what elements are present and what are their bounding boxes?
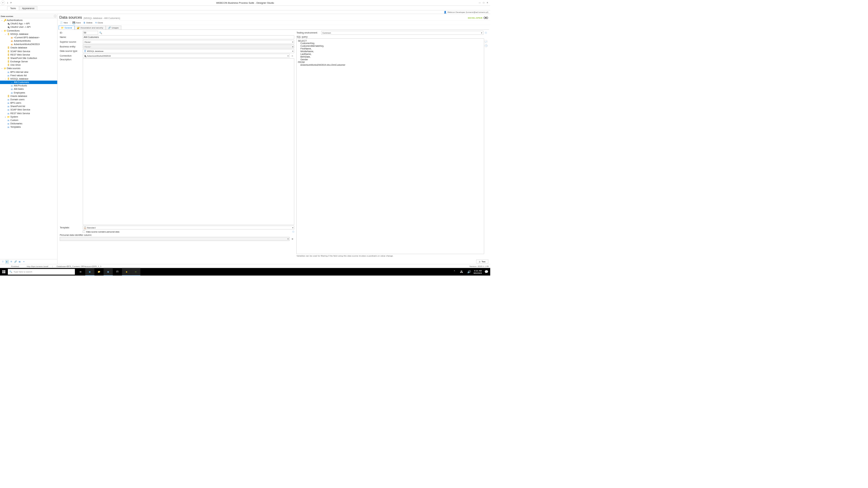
tree-item-label: Exchange Server [10, 60, 28, 63]
tree-item[interactable]: ▤Employees [0, 91, 57, 94]
clone-button[interactable]: ⧉Clone [94, 21, 104, 24]
id-lookup-icon[interactable]: 🔍 [99, 31, 102, 35]
tree-item[interactable]: ▤Templates [0, 125, 57, 129]
tree-item[interactable]: ▤BPS users [0, 101, 57, 105]
app-4[interactable]: 🗔 [113, 268, 122, 276]
app-explorer[interactable]: 📁 [94, 268, 103, 276]
tree-item[interactable]: ▤SharePoint list [0, 105, 57, 108]
tree-item[interactable]: ▤REST Web Service [0, 111, 57, 115]
tree-item[interactable]: ▤AW.Products [0, 84, 57, 87]
quick-icon-1[interactable]: ⤓ [7, 2, 8, 4]
tree-item[interactable]: ▤BPS internal view [0, 70, 57, 74]
tree-tool-3[interactable]: ⧉ [9, 260, 13, 263]
tree-item[interactable]: ▤AdventureWorks [0, 39, 57, 43]
tree-item[interactable]: ▤Custom [0, 119, 57, 122]
tree-item[interactable]: ▤<Current BPS database> [0, 36, 57, 39]
tree-item[interactable]: 🗄Exchange Server [0, 60, 57, 63]
description-field[interactable] [83, 58, 294, 225]
info-icon[interactable]: ⓘ [292, 230, 294, 233]
tab-usages[interactable]: 🔗Usages [106, 26, 121, 30]
superior-dropdown[interactable]: <None>▾ [83, 40, 294, 44]
name-field[interactable] [83, 35, 294, 39]
app-webcon[interactable]: ∞ [131, 268, 140, 276]
tray-network-icon[interactable]: 🖧 [459, 268, 465, 276]
db-icon: 🗄 [7, 95, 10, 98]
tree-item[interactable]: −📁Data sources [0, 67, 57, 70]
expander-icon[interactable]: − [1, 29, 3, 32]
expander-icon[interactable]: − [4, 78, 6, 80]
tree-item[interactable]: 🗄Oracle database [0, 94, 57, 98]
tab-general[interactable]: 📁General [59, 26, 75, 30]
tree-item-label: Templates [10, 126, 21, 128]
close-button[interactable]: ✕ [486, 2, 489, 4]
expander-icon[interactable]: + [4, 116, 6, 118]
delete-button[interactable]: 🗑Delete [82, 21, 94, 24]
goto-connection-icon[interactable]: ➪ [290, 54, 294, 58]
app-3[interactable]: ▣ [104, 268, 113, 276]
tree-item[interactable]: 🗄One Drive [0, 63, 57, 67]
maximize-button[interactable]: □ [482, 2, 485, 4]
tray-notifications-icon[interactable]: 💬 [484, 268, 489, 276]
tree-item-label: AW.Sales [14, 88, 24, 90]
conn-dropdown[interactable]: 🔌AdventureWorksDW2019▾ [83, 54, 290, 58]
sql-query-field[interactable]: SELECT CustomerKey, CustomerAlternateKey… [297, 39, 484, 254]
sql-info-icon[interactable]: ⓘ [485, 44, 488, 47]
app-edge[interactable]: ◉ [85, 268, 94, 276]
id-field[interactable] [83, 31, 98, 35]
tree-item[interactable]: 🗄Oracle database [0, 46, 57, 49]
tree-item[interactable]: 🔌OAuth2 User -> API [0, 25, 57, 29]
app-menu-icon[interactable]: ▾ [1, 1, 5, 5]
personal-data-checkbox[interactable] [83, 230, 85, 233]
env-dropdown[interactable]: Common▾ [321, 31, 484, 35]
tree-item[interactable]: −🗄MSSQL database [0, 77, 57, 81]
tree-tool-4[interactable]: 🔗 [14, 260, 17, 263]
env-info-icon[interactable]: ⓘ [484, 31, 488, 35]
user-label: Webcon Developer (lumenn@ad.lumenn.pl) [447, 11, 488, 13]
expander-icon[interactable]: − [1, 67, 3, 69]
tree-item[interactable]: ▤SOAP Web Service [0, 108, 57, 111]
tree-tool-2[interactable]: ◧ [5, 260, 9, 263]
tree-view[interactable]: −🔑Authentications🔌OAuth2 App -> API🔌OAut… [0, 18, 57, 259]
tab-association[interactable]: 🔐Association and security [75, 26, 106, 30]
expander-icon[interactable]: − [1, 19, 3, 21]
tree-item[interactable]: 🔌OAuth2 App -> API [0, 22, 57, 25]
app-5[interactable]: ◆ [122, 268, 131, 276]
taskbar-search[interactable]: 🔍 Type here to search [8, 269, 75, 275]
quick-icon-2[interactable]: ⟳ [10, 2, 12, 4]
tree-item[interactable]: ▤AdventureWorksDW2019 [0, 43, 57, 46]
tree-tool-more[interactable]: ▾ [22, 260, 26, 263]
tree-item[interactable]: −📁Connections [0, 29, 57, 32]
tree-item[interactable]: 🗄SharePoint Site Collection [0, 57, 57, 60]
start-button[interactable] [0, 268, 8, 276]
tree-item-label: System [10, 116, 18, 118]
tree-item[interactable]: +📁System [0, 115, 57, 118]
expander-icon[interactable]: − [4, 33, 6, 35]
tree-tool-5[interactable]: ▦ [18, 260, 21, 263]
tree-item[interactable]: 🗄SOAP Web Service [0, 49, 57, 53]
tree-item[interactable]: ▤AW.Customers [0, 81, 57, 84]
tree-item[interactable]: ▤AW.Sales [0, 87, 57, 91]
collapse-panel-icon[interactable]: ‹ [54, 15, 57, 17]
tree-item[interactable]: ▤Domain users [0, 98, 57, 101]
test-button[interactable]: ▷ Test [476, 260, 489, 263]
tree-item[interactable]: ▤Dictionaries [0, 122, 57, 125]
leaf-icon: ▤ [11, 91, 13, 94]
tray-chevron-icon[interactable]: ˄ [452, 268, 457, 276]
minimize-button[interactable]: — [478, 2, 481, 4]
save-button[interactable]: 💾Save [72, 21, 82, 24]
tree-item[interactable]: −🗄MSSQL database [0, 32, 57, 36]
tree-item[interactable]: 🗄REST Web Service [0, 53, 57, 56]
tree-item[interactable]: −🔑Authentications [0, 19, 57, 22]
type-dropdown[interactable]: 🗄MSSQL database▾ [83, 49, 294, 53]
tree-tool-1[interactable]: ↧ [1, 260, 4, 263]
tab-tasks[interactable]: Tasks [7, 6, 19, 10]
taskbar-clock[interactable]: 9:21 AM 8/6/2023 [474, 269, 482, 274]
new-button[interactable]: 📄New [59, 21, 69, 24]
template-dropdown[interactable]: 📋Standard▾ [83, 226, 294, 229]
idcol-action-icon[interactable]: ⊕ [290, 237, 294, 241]
tray-sound-icon[interactable]: 🔊 [466, 268, 472, 276]
tree-item[interactable]: ▤Fixed values list [0, 74, 57, 77]
taskview-button[interactable]: ⊞ [76, 268, 85, 276]
tab-appearance[interactable]: Appearance [19, 6, 37, 10]
sql-expand-icon[interactable]: ⤢ [485, 40, 488, 43]
